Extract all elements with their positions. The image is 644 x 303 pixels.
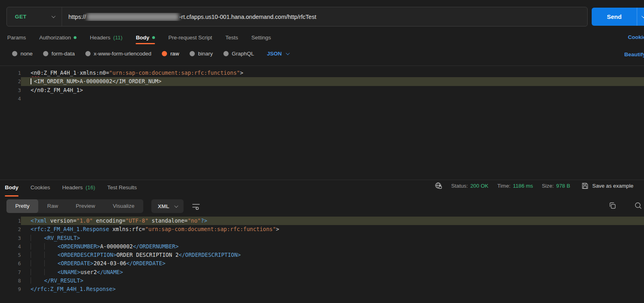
body-type-x-www-form-urlencoded[interactable]: x-www-form-urlencoded [85, 51, 151, 57]
code-token: A-00000002 [100, 243, 133, 250]
tab-tests[interactable]: Tests [225, 33, 238, 42]
code-content[interactable]: <rfc:Z_FM_A4H_1.Response xmlns:rfc="urn:… [21, 225, 644, 233]
method-select[interactable]: GET [7, 7, 62, 26]
wrap-text-icon[interactable] [192, 203, 200, 210]
response-tab-body[interactable]: Body [5, 183, 19, 192]
line-number: 9 [0, 285, 21, 293]
code-token: <UNAME> [58, 269, 80, 275]
code-token: <n0 [31, 70, 40, 76]
code-line: 4 [0, 94, 644, 103]
response-tab-headers[interactable]: Headers(16) [62, 183, 95, 192]
response-meta: Status: 200 OK Time: 1186 ms Size: 978 B… [435, 182, 634, 190]
has-content-dot [152, 36, 155, 39]
request-url-bar: GET https:// -rt.cfapps.us10-001.hana.on… [6, 7, 588, 27]
line-number: 1 [0, 217, 21, 225]
code-content[interactable]: <ORDERDATE>2024-03-06</ORDERDATE> [21, 259, 644, 268]
body-type-binary[interactable]: binary [190, 51, 213, 57]
time-label: Time: [497, 183, 510, 189]
response-view-tabs: PrettyRawPreviewVisualize [6, 199, 143, 213]
method-label: GET [15, 14, 27, 20]
response-tab-test-results[interactable]: Test Results [107, 183, 137, 192]
code-token: version= [47, 217, 76, 224]
cookies-link[interactable]: Cookies [628, 34, 644, 40]
tab-label: Authorization [39, 35, 71, 41]
code-line: 1<?xml version="1.0" encoding="UTF-8" st… [0, 217, 644, 225]
code-content[interactable]: <ORDERDESCRIPTION>ORDER DESCRIPTION 2</O… [21, 251, 644, 259]
code-content[interactable] [21, 94, 644, 103]
body-type-none[interactable]: none [12, 51, 33, 57]
tab-count-badge: (16) [86, 184, 95, 190]
line-number: 4 [0, 94, 21, 103]
send-options-chevron-icon[interactable] [642, 14, 644, 18]
send-button[interactable]: Send [592, 8, 644, 26]
url-prefix: https:// [68, 14, 86, 20]
tab-headers[interactable]: Headers(11) [90, 33, 122, 42]
has-content-dot [74, 36, 76, 39]
tab-params[interactable]: Params [7, 33, 26, 42]
format-select[interactable]: XML [151, 199, 184, 213]
save-as-example-button[interactable]: Save as example [582, 182, 634, 189]
search-response-icon[interactable] [634, 202, 642, 209]
code-content[interactable]: <n0:Z_FM_A4H_1·xmlns:n0="urn:sap-com:doc… [21, 69, 644, 77]
code-content[interactable]: </n0:Z_FM_A4H_1> [21, 86, 644, 94]
line-number: 3 [0, 86, 21, 94]
body-type-form-data[interactable]: form-data [43, 51, 75, 57]
tab-body[interactable]: Body [136, 33, 155, 42]
beautify-link[interactable]: Beautify [624, 51, 644, 57]
network-status-icon [435, 182, 442, 190]
tab-label: Body [136, 35, 149, 41]
request-url-input[interactable]: https:// -rt.cfapps.us10-001.hana.ondema… [62, 13, 587, 21]
body-type-raw[interactable]: raw [162, 51, 179, 57]
line-number: 8 [0, 276, 21, 285]
code-content[interactable]: <UNAME>user2</UNAME> [21, 268, 644, 276]
code-line: 2 <IM_ORDER_NUM>A-00000002</IM_ORDER_NUM… [0, 77, 644, 86]
code-content[interactable]: <?xml version="1.0" encoding="UTF-8" sta… [21, 217, 644, 225]
tab-label: Body [5, 184, 19, 190]
code-content[interactable]: </RV_RESULT> [21, 276, 644, 285]
copy-response-icon[interactable] [609, 202, 616, 209]
code-token: "no" [188, 217, 201, 224]
view-tab-pretty[interactable]: Pretty [6, 199, 38, 213]
code-token: <?xml [31, 217, 47, 224]
size-label: Size: [542, 183, 554, 189]
tab-pre-request-script[interactable]: Pre-request Script [168, 33, 212, 42]
code-token: > [240, 70, 243, 76]
chevron-down-icon [52, 14, 56, 18]
tab-label: Tests [225, 35, 238, 41]
body-type-graphql[interactable]: GraphQL [223, 51, 254, 57]
tab-authorization[interactable]: Authorization [39, 33, 77, 42]
radio-icon [223, 51, 229, 56]
code-line: 1<n0:Z_FM_A4H_1·xmlns:n0="urn:sap-com:do… [0, 69, 644, 77]
tab-settings[interactable]: Settings [251, 33, 271, 42]
code-token: <rfc:Z_FM_A4H_1.Response [31, 226, 109, 232]
save-as-example-label: Save as example [592, 183, 634, 189]
code-content[interactable]: <IM_ORDER_NUM>A-00000002</IM_ORDER_NUM> [21, 77, 644, 86]
request-body-editor[interactable]: 1<n0:Z_FM_A4H_1·xmlns:n0="urn:sap-com:do… [0, 66, 644, 180]
radio-label: none [21, 51, 33, 57]
response-tab-cookies[interactable]: Cookies [31, 183, 50, 192]
code-line: 7 <UNAME>user2</UNAME> [0, 268, 644, 276]
code-token: :Z_FM_A4H_1 [40, 70, 76, 76]
view-tab-visualize[interactable]: Visualize [104, 199, 143, 213]
code-content[interactable]: <RV_RESULT> [21, 234, 644, 242]
chevron-down-icon [174, 204, 178, 208]
code-content[interactable]: <ORDERNUMBER>A-00000002</ORDERNUMBER> [21, 242, 644, 251]
code-token: ORDER DESCRIPTION 2 [116, 252, 178, 258]
raw-language-select[interactable]: JSON [267, 51, 289, 57]
code-token: <RV_RESULT> [44, 235, 80, 241]
code-token: </RV_RESULT> [44, 277, 84, 284]
response-body-editor[interactable]: 1<?xml version="1.0" encoding="UTF-8" st… [0, 214, 644, 303]
code-line: 6 <ORDERDATE>2024-03-06</ORDERDATE> [0, 259, 644, 268]
response-view-controls: PrettyRawPreviewVisualize XML [6, 199, 200, 213]
view-tab-raw[interactable]: Raw [38, 199, 67, 213]
code-content[interactable]: </rfc:Z_FM_A4H_1.Response> [21, 285, 644, 293]
status-pair: Status: 200 OK [451, 183, 488, 189]
code-token: user2 [80, 269, 97, 275]
tab-label: Test Results [107, 184, 137, 190]
code-token: 2024-03-06 [93, 260, 126, 266]
radio-label: GraphQL [232, 51, 254, 57]
view-tab-preview[interactable]: Preview [67, 199, 104, 213]
url-suffix: -rt.cfapps.us10-001.hana.ondemand.com/ht… [180, 14, 316, 20]
indent-guide [31, 235, 44, 241]
radio-icon [85, 51, 91, 56]
